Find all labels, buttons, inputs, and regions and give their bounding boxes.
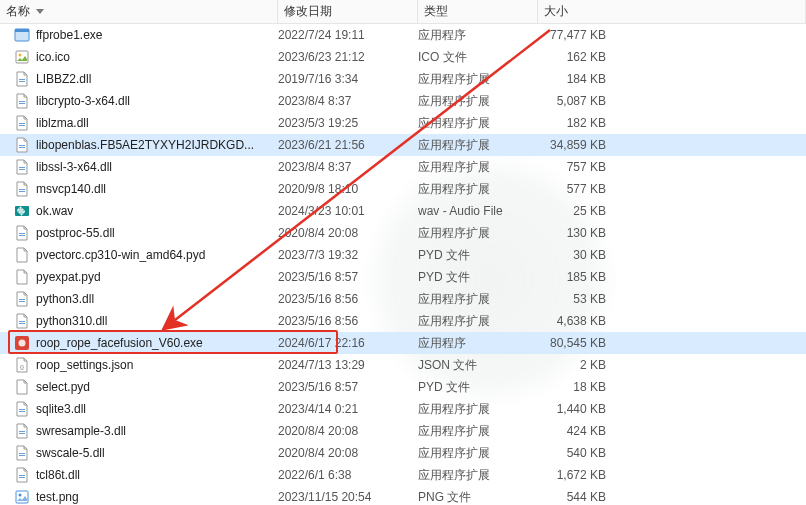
dll-file-icon	[14, 291, 30, 307]
column-header-size-label: 大小	[544, 3, 568, 20]
file-name: roop_settings.json	[36, 358, 133, 372]
file-type: 应用程序扩展	[418, 71, 538, 88]
svg-point-3	[19, 54, 22, 57]
file-row[interactable]: swscale-5.dll2020/8/4 20:08应用程序扩展540 KB	[0, 442, 806, 464]
file-type: PNG 文件	[418, 489, 538, 506]
file-date: 2024/6/17 22:16	[278, 336, 418, 350]
file-date: 2024/7/13 13:29	[278, 358, 418, 372]
file-name: LIBBZ2.dll	[36, 72, 91, 86]
file-name: sqlite3.dll	[36, 402, 86, 416]
png-file-icon	[14, 489, 30, 505]
file-row[interactable]: libcrypto-3-x64.dll2023/8/4 8:37应用程序扩展5,…	[0, 90, 806, 112]
file-type: PYD 文件	[418, 247, 538, 264]
file-date: 2023/7/3 19:32	[278, 248, 418, 262]
file-name: libssl-3-x64.dll	[36, 160, 112, 174]
svg-rect-34	[16, 491, 28, 503]
svg-rect-28	[19, 431, 25, 432]
column-header-type[interactable]: 类型	[418, 0, 538, 23]
svg-rect-27	[19, 411, 25, 412]
column-header-size[interactable]: 大小	[538, 0, 806, 23]
file-name: postproc-55.dll	[36, 226, 115, 240]
file-type: ICO 文件	[418, 49, 538, 66]
file-size: 30 KB	[538, 248, 806, 262]
file-row[interactable]: sqlite3.dll2023/4/14 0:21应用程序扩展1,440 KB	[0, 398, 806, 420]
file-type: 应用程序扩展	[418, 313, 538, 330]
column-header-type-label: 类型	[424, 3, 448, 20]
dll-file-icon	[14, 225, 30, 241]
file-type: 应用程序扩展	[418, 445, 538, 462]
svg-rect-18	[19, 235, 25, 236]
dll-file-icon	[14, 181, 30, 197]
sort-descending-icon	[36, 9, 44, 14]
file-type: JSON 文件	[418, 357, 538, 374]
svg-rect-22	[19, 323, 25, 324]
file-size: 184 KB	[538, 72, 806, 86]
dll-file-icon	[14, 115, 30, 131]
file-size: 162 KB	[538, 50, 806, 64]
svg-rect-31	[19, 455, 25, 456]
file-type: 应用程序扩展	[418, 181, 538, 198]
file-type: 应用程序	[418, 335, 538, 352]
file-size: 80,545 KB	[538, 336, 806, 350]
file-size: 2 KB	[538, 358, 806, 372]
file-row[interactable]: {}roop_settings.json2024/7/13 13:29JSON …	[0, 354, 806, 376]
file-name: python3.dll	[36, 292, 94, 306]
file-date: 2020/8/4 20:08	[278, 424, 418, 438]
svg-rect-26	[19, 409, 25, 410]
svg-point-35	[19, 494, 22, 497]
file-type: 应用程序扩展	[418, 467, 538, 484]
dll-file-icon	[14, 93, 30, 109]
file-row[interactable]: libopenblas.FB5AE2TYXYH2IJRDKGD...2023/6…	[0, 134, 806, 156]
svg-rect-29	[19, 433, 25, 434]
file-size: 4,638 KB	[538, 314, 806, 328]
file-row[interactable]: pvectorc.cp310-win_amd64.pyd2023/7/3 19:…	[0, 244, 806, 266]
file-row[interactable]: swresample-3.dll2020/8/4 20:08应用程序扩展424 …	[0, 420, 806, 442]
app-red-icon	[14, 335, 30, 351]
svg-rect-7	[19, 103, 25, 104]
file-type: 应用程序扩展	[418, 115, 538, 132]
file-size: 544 KB	[538, 490, 806, 504]
file-date: 2019/7/16 3:34	[278, 72, 418, 86]
file-row[interactable]: liblzma.dll2023/5/3 19:25应用程序扩展182 KB	[0, 112, 806, 134]
file-type: 应用程序扩展	[418, 159, 538, 176]
dll-file-icon	[14, 137, 30, 153]
file-type: 应用程序	[418, 27, 538, 44]
column-header-date[interactable]: 修改日期	[278, 0, 418, 23]
file-type: 应用程序扩展	[418, 93, 538, 110]
svg-rect-13	[19, 169, 25, 170]
file-size: 185 KB	[538, 270, 806, 284]
file-row[interactable]: libssl-3-x64.dll2023/8/4 8:37应用程序扩展757 K…	[0, 156, 806, 178]
file-row[interactable]: tcl86t.dll2022/6/1 6:38应用程序扩展1,672 KB	[0, 464, 806, 486]
file-row[interactable]: msvcp140.dll2020/9/8 18:10应用程序扩展577 KB	[0, 178, 806, 200]
svg-rect-32	[19, 475, 25, 476]
file-row[interactable]: ffprobe1.exe2022/7/24 19:11应用程序77,477 KB	[0, 24, 806, 46]
file-row[interactable]: test.png2023/11/15 20:54PNG 文件544 KB	[0, 486, 806, 505]
file-row[interactable]: roop_rope_facefusion_V60.exe2024/6/17 22…	[0, 332, 806, 354]
column-header-date-label: 修改日期	[284, 3, 332, 20]
file-row[interactable]: pyexpat.pyd2023/5/16 8:57PYD 文件185 KB	[0, 266, 806, 288]
file-row[interactable]: ok.wav2024/3/23 10:01wav - Audio File25 …	[0, 200, 806, 222]
file-name: ok.wav	[36, 204, 73, 218]
svg-rect-1	[15, 29, 29, 32]
file-row[interactable]: postproc-55.dll2020/8/4 20:08应用程序扩展130 K…	[0, 222, 806, 244]
file-list: ffprobe1.exe2022/7/24 19:11应用程序77,477 KB…	[0, 24, 806, 505]
file-date: 2023/5/16 8:57	[278, 380, 418, 394]
svg-rect-14	[19, 189, 25, 190]
file-size: 1,672 KB	[538, 468, 806, 482]
json-file-icon: {}	[14, 357, 30, 373]
file-date: 2020/8/4 20:08	[278, 226, 418, 240]
file-row[interactable]: python310.dll2023/5/16 8:56应用程序扩展4,638 K…	[0, 310, 806, 332]
file-row[interactable]: ico.ico2023/6/23 21:12ICO 文件162 KB	[0, 46, 806, 68]
file-row[interactable]: python3.dll2023/5/16 8:56应用程序扩展53 KB	[0, 288, 806, 310]
file-name: liblzma.dll	[36, 116, 89, 130]
file-size: 25 KB	[538, 204, 806, 218]
svg-rect-19	[19, 299, 25, 300]
svg-rect-10	[19, 145, 25, 146]
file-row[interactable]: select.pyd2023/5/16 8:57PYD 文件18 KB	[0, 376, 806, 398]
svg-point-24	[19, 340, 26, 347]
column-header-name[interactable]: 名称	[0, 0, 278, 23]
file-name: swscale-5.dll	[36, 446, 105, 460]
file-size: 77,477 KB	[538, 28, 806, 42]
file-name: swresample-3.dll	[36, 424, 126, 438]
file-row[interactable]: LIBBZ2.dll2019/7/16 3:34应用程序扩展184 KB	[0, 68, 806, 90]
